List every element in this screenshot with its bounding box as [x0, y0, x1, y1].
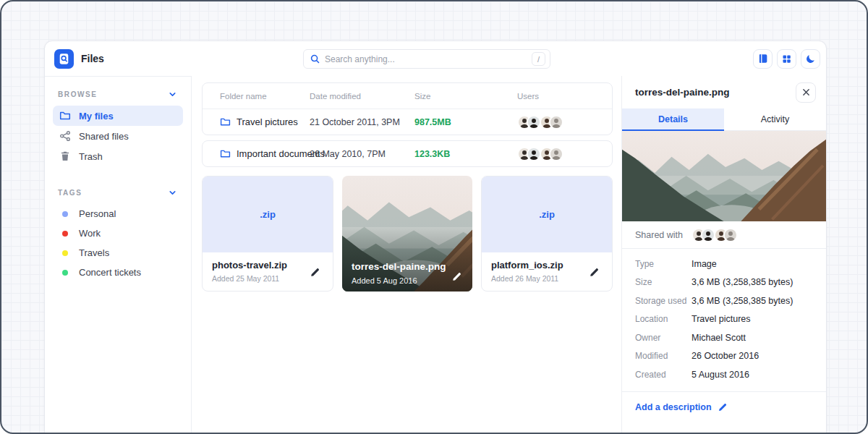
file-cards: .zip photos-travel.zip Added 25 May 2011: [202, 176, 613, 292]
close-panel-button[interactable]: [796, 82, 816, 103]
table-header-row: Folder name Date modified Size Users: [203, 83, 612, 109]
browse-collapse-chevron-icon[interactable]: [166, 88, 178, 100]
tag-concert-tickets[interactable]: Concert tickets: [53, 263, 183, 282]
search-icon: [310, 54, 320, 64]
edit-file-button[interactable]: [586, 264, 603, 281]
share-icon: [59, 130, 71, 142]
tags-section-header: TAGS: [53, 184, 183, 204]
detail-row-owner: Owner Michael Scott: [635, 328, 813, 347]
table-row-important-documents[interactable]: Important documents 26 May 2010, 7PM 123…: [203, 141, 612, 166]
pencil-icon: [718, 402, 728, 412]
file-added-date: Added 25 May 2011: [212, 274, 287, 283]
sidebar-item-trash[interactable]: Trash: [53, 146, 183, 166]
file-added-date: Added 26 May 2011: [491, 274, 563, 283]
user-avatar: [701, 228, 715, 242]
tag-work[interactable]: Work: [53, 224, 183, 243]
tag-label: Travels: [79, 247, 109, 258]
column-folder-name: Folder name: [220, 92, 310, 101]
search-input[interactable]: [325, 54, 527, 64]
detail-row-storage-used: Storage used 3,6 MB (3,258,385 bytes): [635, 292, 813, 310]
edit-file-button[interactable]: [448, 268, 465, 285]
sidebar-item-shared-files[interactable]: Shared files: [53, 126, 183, 146]
date-modified: 21 October 2011, 3PM: [310, 117, 414, 127]
edit-file-button[interactable]: [307, 264, 323, 281]
file-name: torres-del-paine.png: [352, 261, 446, 272]
user-avatar: [527, 115, 541, 129]
library-button[interactable]: [753, 49, 773, 69]
apps-grid-button[interactable]: [777, 49, 796, 69]
tab-activity[interactable]: Activity: [724, 109, 826, 131]
top-bar: Files /: [45, 41, 826, 76]
tag-label: Personal: [79, 208, 116, 219]
tag-color-dot: [62, 250, 68, 256]
sidebar-item-label: My files: [79, 111, 114, 122]
file-name: photos-travel.zip: [212, 260, 287, 271]
tags-section-label: TAGS: [58, 189, 82, 197]
book-icon: [757, 53, 769, 64]
tab-details[interactable]: Details: [622, 109, 724, 131]
column-date-modified: Date modified: [310, 92, 414, 101]
user-avatar: [527, 147, 541, 161]
shared-with-avatars: [692, 228, 738, 242]
tag-travels[interactable]: Travels: [53, 243, 183, 263]
users-avatars: [517, 115, 595, 129]
tag-label: Work: [79, 228, 101, 239]
tag-color-dot: [62, 231, 68, 237]
sidebar-item-my-files[interactable]: My files: [53, 106, 183, 126]
app-title: Files: [81, 53, 104, 64]
folders-table-row-card: Important documents 26 May 2010, 7PM 123…: [202, 140, 613, 167]
folders-table: Folder name Date modified Size Users Tra…: [202, 82, 613, 135]
app-logo-icon: [54, 49, 74, 69]
column-size: Size: [414, 92, 517, 101]
search-shortcut-badge: /: [532, 52, 545, 66]
folder-size: 987.5MB: [414, 117, 517, 127]
details-panel: torres-del-paine.png Details Activity Sh…: [621, 76, 826, 434]
date-modified: 26 May 2010, 7PM: [310, 149, 414, 159]
app-window: Files /: [45, 41, 826, 434]
detail-row-location: Location Travel pictures: [635, 310, 813, 329]
folder-name: Travel pictures: [237, 116, 298, 127]
zip-preview: .zip: [482, 176, 612, 252]
table-row-travel-pictures[interactable]: Travel pictures 21 October 2011, 3PM 987…: [203, 109, 612, 135]
panel-tabs: Details Activity: [622, 109, 826, 131]
folder-size: 123.3KB: [414, 149, 517, 159]
file-card-photos-travel[interactable]: .zip photos-travel.zip Added 25 May 2011: [202, 176, 333, 292]
file-card-torres-del-paine[interactable]: torres-del-paine.png Added 5 Aug 2016: [342, 176, 472, 292]
folder-icon: [220, 116, 231, 127]
user-avatar: [723, 228, 738, 242]
panel-image-preview: [622, 131, 826, 221]
main-content: Folder name Date modified Size Users Tra…: [192, 76, 621, 434]
grid-icon: [781, 54, 792, 64]
file-card-platform-ios[interactable]: .zip platform_ios.zip Added 26 May 2011: [481, 176, 613, 292]
add-description-link[interactable]: Add a description: [622, 392, 826, 422]
folder-icon: [220, 148, 231, 159]
sidebar-item-label: Shared files: [79, 131, 129, 142]
detail-row-created: Created 5 August 2016: [635, 365, 813, 384]
panel-file-title: torres-del-paine.png: [635, 87, 730, 98]
header-actions: [753, 49, 820, 69]
tag-color-dot: [62, 211, 68, 217]
detail-row-type: Type Image: [635, 255, 813, 273]
shared-with-label: Shared with: [635, 230, 683, 240]
tag-color-dot: [62, 270, 68, 276]
browse-section-header: BROWSE: [53, 85, 183, 106]
zip-preview: .zip: [203, 176, 333, 252]
trash-icon: [59, 150, 71, 162]
tags-collapse-chevron-icon[interactable]: [166, 187, 178, 198]
detail-row-size: Size 3,6 MB (3,258,385 bytes): [635, 273, 813, 292]
user-avatar: [549, 147, 563, 161]
detail-row-modified: Modified 26 October 2016: [635, 347, 813, 366]
browse-section-label: BROWSE: [58, 90, 98, 98]
dark-mode-button[interactable]: [801, 49, 820, 69]
file-name: platform_ios.zip: [491, 260, 563, 271]
user-avatar: [549, 115, 563, 129]
file-added-date: Added 5 Aug 2016: [352, 276, 446, 285]
desktop-background: Files /: [0, 0, 868, 434]
users-avatars: [517, 147, 595, 161]
file-details-list: Type Image Size 3,6 MB (3,258,385 bytes)…: [622, 249, 826, 392]
tag-label: Concert tickets: [79, 267, 141, 278]
sidebar: BROWSE My files Shared files Trash: [45, 76, 192, 434]
search-bar[interactable]: /: [303, 49, 550, 69]
close-icon: [802, 88, 810, 96]
tag-personal[interactable]: Personal: [53, 204, 183, 224]
